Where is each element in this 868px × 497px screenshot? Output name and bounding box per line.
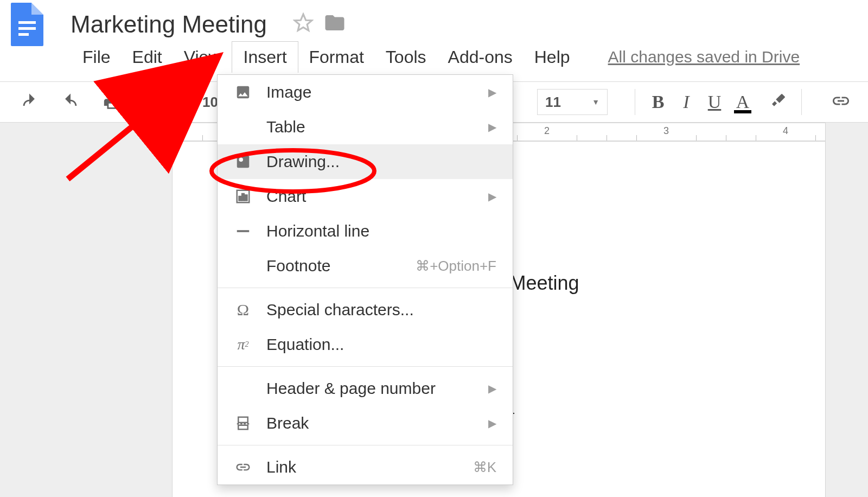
pi-icon: π2 (234, 335, 252, 354)
svg-rect-5 (242, 194, 244, 201)
ruler-num: 4 (783, 125, 788, 137)
menu-edit[interactable]: Edit (122, 42, 173, 73)
undo-button[interactable] (15, 88, 43, 116)
star-icon[interactable] (293, 12, 314, 36)
redo-button[interactable] (56, 88, 85, 116)
insert-chart[interactable]: Chart ▶ (218, 179, 513, 214)
insert-header-page-number[interactable]: Header & page number ▶ (218, 371, 513, 406)
menu-insert[interactable]: Insert (232, 41, 298, 73)
image-icon (234, 83, 252, 101)
link-icon (234, 458, 252, 476)
italic-button[interactable]: I (672, 92, 700, 112)
svg-rect-9 (238, 425, 248, 430)
svg-rect-1 (237, 156, 250, 168)
insert-drawing[interactable]: Drawing... (218, 144, 513, 179)
page-break-icon (234, 414, 252, 432)
document-title[interactable]: Marketing Meeting (71, 11, 267, 38)
insert-special-characters[interactable]: Ω Special characters... (218, 292, 513, 327)
folder-icon[interactable] (323, 11, 346, 37)
font-size-value: 11 (545, 94, 561, 111)
chart-icon (234, 187, 252, 206)
omega-icon: Ω (234, 301, 252, 319)
insert-footnote[interactable]: Footnote ⌘+Option+F (218, 248, 513, 283)
menu-addons[interactable]: Add-ons (437, 42, 524, 73)
insert-dropdown: Image ▶ Table ▶ Drawing... Chart ▶ Horiz… (217, 74, 513, 485)
shortcut-label: ⌘+Option+F (416, 258, 496, 275)
shortcut-label: ⌘K (473, 459, 496, 476)
text-color-button[interactable]: A (729, 92, 757, 112)
font-size-select[interactable]: 11 ▼ (537, 89, 608, 115)
menu-tools[interactable]: Tools (375, 42, 437, 73)
submenu-arrow-icon: ▶ (488, 382, 496, 395)
submenu-arrow-icon: ▶ (488, 190, 496, 203)
menu-help[interactable]: Help (524, 42, 581, 73)
insert-equation[interactable]: π2 Equation... (218, 327, 513, 362)
underline-button[interactable]: U (700, 92, 729, 112)
svg-marker-0 (295, 14, 312, 30)
submenu-arrow-icon: ▶ (488, 417, 496, 430)
chevron-down-icon: ▼ (592, 98, 599, 106)
ruler-num: 3 (663, 125, 669, 137)
drive-status[interactable]: All changes saved in Drive (608, 48, 800, 66)
hline-icon (234, 222, 252, 240)
submenu-arrow-icon: ▶ (488, 86, 496, 99)
insert-link-button[interactable] (825, 91, 857, 113)
ruler-num: 2 (544, 125, 550, 137)
highlight-button[interactable] (764, 92, 793, 113)
insert-horizontal-line[interactable]: Horizontal line (218, 214, 513, 248)
paint-format-button[interactable] (139, 88, 167, 116)
svg-point-2 (239, 158, 244, 162)
insert-link[interactable]: Link ⌘K (218, 450, 513, 485)
insert-image[interactable]: Image ▶ (218, 75, 513, 110)
print-button[interactable] (98, 88, 126, 116)
svg-rect-6 (245, 195, 247, 201)
bold-button[interactable]: B (644, 92, 672, 112)
svg-rect-8 (238, 417, 248, 423)
menu-view[interactable]: View (173, 42, 232, 73)
menu-file[interactable]: File (72, 42, 122, 73)
ruler-num: 1 (172, 125, 175, 137)
submenu-arrow-icon: ▶ (488, 120, 496, 133)
svg-rect-4 (239, 196, 241, 201)
insert-break[interactable]: Break ▶ (218, 406, 513, 441)
menu-format[interactable]: Format (298, 42, 375, 73)
drawing-icon (234, 152, 252, 171)
insert-table[interactable]: Table ▶ (218, 110, 513, 144)
docs-logo-icon[interactable] (11, 3, 43, 46)
